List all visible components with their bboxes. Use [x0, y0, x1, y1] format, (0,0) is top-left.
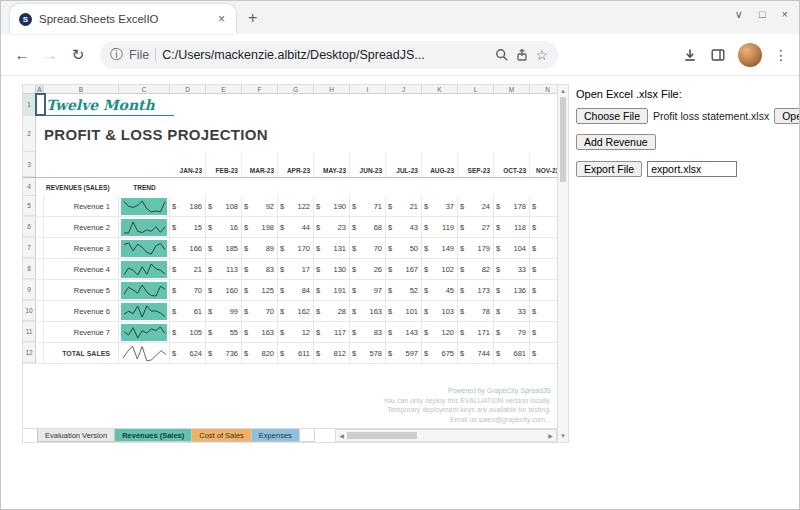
value-cell[interactable]: $89 [242, 238, 278, 258]
value-cell[interactable]: $186 [170, 196, 206, 216]
trend-header[interactable]: TREND [119, 178, 170, 196]
scroll-right-icon[interactable]: ▶ [545, 430, 556, 441]
column-header-A[interactable]: A [36, 85, 44, 94]
revenue-label[interactable]: Revenue 5 [44, 280, 119, 300]
value-cell[interactable]: $136 [494, 280, 530, 300]
row-header-1[interactable]: 1 [23, 94, 36, 116]
row-header-2[interactable]: 2 [23, 116, 36, 152]
row-header-8[interactable]: 8 [23, 259, 36, 279]
value-cell[interactable]: $24 [458, 196, 494, 216]
browser-menu-icon[interactable]: ⋮ [774, 47, 788, 63]
minimize-icon[interactable]: ∨ [735, 8, 743, 21]
trend-sparkline-cell[interactable] [119, 322, 170, 342]
cell[interactable] [36, 322, 44, 342]
revenue-label[interactable]: Revenue 7 [44, 322, 119, 342]
column-header-F[interactable]: F [242, 85, 278, 94]
row-header-12[interactable]: 12 [23, 343, 36, 363]
column-header-G[interactable]: G [278, 85, 314, 94]
value-cell[interactable]: $101 [386, 301, 422, 321]
trend-sparkline-cell[interactable] [119, 259, 170, 279]
value-cell[interactable]: $163 [350, 301, 386, 321]
add-revenue-button[interactable]: Add Revenue [576, 134, 656, 150]
value-cell[interactable]: $70 [242, 301, 278, 321]
sheet-title[interactable]: PROFIT & LOSS PROJECTION [44, 116, 374, 152]
row-header-7[interactable]: 7 [23, 238, 36, 258]
value-cell[interactable]: $611 [278, 343, 314, 363]
value-cell[interactable]: $820 [242, 343, 278, 363]
value-cell[interactable]: $675 [422, 343, 458, 363]
value-cell[interactable]: $166 [170, 238, 206, 258]
value-cell[interactable]: $33 [494, 259, 530, 279]
value-cell[interactable]: $120 [422, 322, 458, 342]
value-cell[interactable]: $117 [314, 322, 350, 342]
month-header[interactable]: NOV-23 [530, 152, 557, 177]
value-cell[interactable]: $812 [314, 343, 350, 363]
value-cell[interactable]: $ [530, 301, 557, 321]
value-cell[interactable]: $83 [350, 322, 386, 342]
cell[interactable] [36, 217, 44, 237]
download-icon[interactable] [682, 47, 698, 63]
value-cell[interactable]: $71 [350, 196, 386, 216]
value-cell[interactable]: $185 [206, 238, 242, 258]
value-cell[interactable]: $78 [458, 301, 494, 321]
value-cell[interactable]: $143 [386, 322, 422, 342]
cell-a1[interactable] [36, 94, 44, 116]
value-cell[interactable]: $167 [386, 259, 422, 279]
share-icon[interactable] [515, 48, 529, 62]
cell[interactable] [36, 116, 44, 152]
value-cell[interactable]: $113 [206, 259, 242, 279]
value-cell[interactable]: $92 [242, 196, 278, 216]
value-cell[interactable]: $17 [278, 259, 314, 279]
value-cell[interactable]: $119 [422, 217, 458, 237]
value-cell[interactable]: $ [530, 238, 557, 258]
new-tab-button[interactable]: + [248, 9, 257, 27]
cell[interactable] [36, 343, 44, 363]
month-header[interactable]: OCT-23 [494, 152, 530, 177]
new-sheet-tab-stub[interactable] [299, 429, 315, 442]
value-cell[interactable]: $736 [206, 343, 242, 363]
cell[interactable] [36, 196, 44, 216]
value-cell[interactable]: $105 [170, 322, 206, 342]
column-header-H[interactable]: H [314, 85, 350, 94]
address-bar[interactable]: ⓘ File C:/Users/mackenzie.albitz/Desktop… [100, 41, 558, 69]
trend-sparkline-cell[interactable] [119, 280, 170, 300]
cell[interactable] [36, 238, 44, 258]
row-header-4[interactable]: 4 [23, 178, 36, 196]
value-cell[interactable]: $97 [350, 280, 386, 300]
value-cell[interactable]: $21 [170, 259, 206, 279]
column-header-C[interactable]: C [119, 85, 170, 94]
trend-sparkline-cell[interactable] [119, 217, 170, 237]
value-cell[interactable]: $33 [494, 301, 530, 321]
scroll-down-icon[interactable]: ▼ [558, 430, 568, 441]
forward-icon[interactable]: → [36, 41, 64, 69]
total-label[interactable]: TOTAL SALES [44, 343, 119, 363]
value-cell[interactable]: $160 [206, 280, 242, 300]
cell[interactable] [36, 280, 44, 300]
value-cell[interactable]: $50 [386, 238, 422, 258]
value-cell[interactable]: $84 [278, 280, 314, 300]
value-cell[interactable]: $104 [494, 238, 530, 258]
url-text[interactable]: C:/Users/mackenzie.albitz/Desktop/Spread… [162, 48, 489, 62]
total-sparkline-cell[interactable] [119, 343, 170, 363]
browser-tab[interactable]: S Spread.Sheets ExcelIO × [10, 4, 236, 34]
value-cell[interactable]: $198 [242, 217, 278, 237]
trend-sparkline-cell[interactable] [119, 238, 170, 258]
column-header-L[interactable]: L [458, 85, 494, 94]
value-cell[interactable]: $26 [350, 259, 386, 279]
value-cell[interactable]: $171 [458, 322, 494, 342]
value-cell[interactable]: $744 [458, 343, 494, 363]
value-cell[interactable]: $70 [170, 280, 206, 300]
export-filename-input[interactable] [647, 161, 737, 177]
value-cell[interactable]: $190 [314, 196, 350, 216]
scroll-left-icon[interactable]: ◀ [336, 430, 347, 441]
vertical-scroll-thumb[interactable] [560, 97, 566, 182]
cell[interactable] [36, 301, 44, 321]
value-cell[interactable]: $45 [422, 280, 458, 300]
value-cell[interactable]: $191 [314, 280, 350, 300]
month-header[interactable]: JUN-23 [350, 152, 386, 177]
value-cell[interactable]: $15 [170, 217, 206, 237]
scroll-up-icon[interactable]: ▲ [558, 85, 568, 96]
value-cell[interactable]: $122 [278, 196, 314, 216]
choose-file-button[interactable]: Choose File [576, 108, 648, 124]
month-header[interactable]: APR-23 [278, 152, 314, 177]
